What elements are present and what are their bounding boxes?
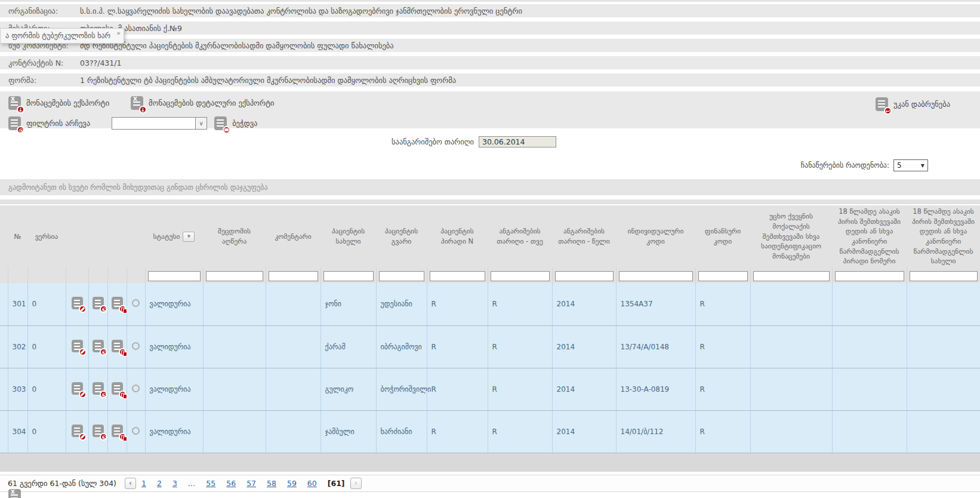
copy-badge-icon: [119, 305, 127, 313]
row-radio-button[interactable]: [132, 427, 140, 435]
filter-input-year[interactable]: [555, 271, 614, 281]
filter-select[interactable]: ∨: [112, 117, 207, 130]
records-count-select[interactable]: 5 ▼: [893, 159, 928, 171]
cell-guardian-n: [832, 283, 907, 325]
page-link-59[interactable]: 59: [287, 479, 297, 488]
edit-row-button[interactable]: [72, 382, 83, 395]
filter-input-personal-n[interactable]: [430, 271, 485, 281]
page-link-57[interactable]: 57: [246, 479, 256, 488]
magnifier-badge-icon: [100, 305, 107, 313]
info-row-subcomponent: სუბ კომპონენტი: მდ რეზისტენტული პაციენტე…: [0, 39, 980, 52]
group-drop-zone[interactable]: [0, 199, 980, 205]
excel-export-icon: [8, 96, 21, 110]
cell-error: [203, 325, 266, 368]
filter-input-comment[interactable]: [269, 271, 318, 281]
table-row[interactable]: 302 0 ვალიდურია ქარამ იბრაგიმოვი R R 201…: [0, 325, 980, 368]
edit-row-button[interactable]: [72, 340, 83, 352]
choose-filter-label: ფილტრის არჩევა: [26, 119, 90, 128]
choose-filter-button[interactable]: ფილტრის არჩევა: [8, 116, 90, 130]
contract-value: 03??/431/1: [80, 59, 121, 67]
filter-input-guardian-n[interactable]: [835, 271, 904, 281]
col-header-guardian-name[interactable]: 18 წლამდე ასაკის პირის შემთხვევაში დედის…: [907, 205, 980, 268]
page-link-58[interactable]: 58: [267, 479, 276, 488]
page-link-60[interactable]: 60: [307, 479, 317, 488]
row-radio-button[interactable]: [132, 299, 140, 307]
detailed-export-button[interactable]: მონაცემების დეტალური ექსპორტი: [131, 96, 274, 110]
filter-input-last-name[interactable]: [379, 271, 424, 281]
records-count-row: ჩანაწერების რაოდენობა: 5 ▼: [0, 159, 980, 171]
prev-page-button[interactable]: ‹: [125, 478, 136, 489]
copy-row-button[interactable]: [112, 340, 123, 352]
col-header-error[interactable]: შეცდომის აღწერა: [203, 205, 266, 268]
form-value: 1 რეზისტენტული ტბ პაციენტების ამბულატორი…: [80, 76, 456, 85]
view-row-button[interactable]: [93, 297, 104, 309]
edit-row-button[interactable]: [72, 425, 83, 437]
status-filter-dropdown-icon[interactable]: ▼: [183, 232, 195, 242]
group-by-hint-text: გადმოიტანეთ ის სვეტი რომლის მიხედვითაც გ…: [8, 183, 268, 192]
magnifier-badge-icon: [17, 126, 24, 134]
page-link-3[interactable]: 3: [172, 479, 177, 488]
back-button[interactable]: უკან დაბრუნება: [876, 97, 950, 111]
page-link-1[interactable]: 1: [141, 479, 146, 488]
cell-comment: [266, 368, 320, 410]
filter-input-status[interactable]: [148, 271, 201, 281]
col-header-last-name[interactable]: პაციენტის გვარი: [376, 205, 427, 268]
col-header-financial-code[interactable]: ფინანსური კოდი: [695, 205, 750, 268]
col-header-copy: [107, 205, 127, 268]
col-header-comment[interactable]: კომენტარი: [266, 205, 320, 268]
row-radio-button[interactable]: [132, 385, 140, 392]
copy-row-button[interactable]: [112, 382, 123, 395]
col-header-n[interactable]: №: [8, 205, 27, 268]
filter-input-foreign-id[interactable]: [753, 271, 830, 281]
report-date-input[interactable]: [479, 136, 556, 147]
filter-input-guardian-name[interactable]: [910, 271, 978, 281]
page-link-56[interactable]: 56: [226, 479, 236, 488]
edit-row-button[interactable]: [72, 297, 83, 309]
filter-input-first-name[interactable]: [323, 271, 374, 281]
col-header-year[interactable]: ანგარიშების თარიღი - წელი: [552, 205, 616, 268]
col-header-foreign-id[interactable]: უცხო ქვეყნის მოქალაქის შემთხვევაში სხვა …: [750, 205, 832, 268]
records-count-value: 5: [897, 161, 902, 170]
next-page-button[interactable]: ›: [350, 478, 362, 489]
col-header-guardian-n[interactable]: 18 წლამდე ასაკის პირის შემთხვევაში დედის…: [832, 205, 907, 268]
chevron-down-icon[interactable]: ∨: [195, 118, 207, 129]
col-header-month[interactable]: ანგარიშების თარიღი - თვე: [488, 205, 552, 268]
filter-input-error[interactable]: [206, 271, 263, 281]
table-row[interactable]: 304 0 ვალიდურია ჯამბული ხარძიანი R R 201…: [0, 410, 980, 453]
cell-personal-n: R: [427, 283, 488, 325]
view-row-button[interactable]: [93, 425, 104, 437]
page-link-2[interactable]: 2: [157, 479, 162, 488]
copy-badge-icon: [119, 433, 127, 441]
form-tooltip[interactable]: ა ფორმის ტუბერკულოზის ხარ... »: [0, 28, 124, 44]
view-row-button[interactable]: [93, 340, 104, 352]
export-data-button[interactable]: მონაცემების ექსპორტი: [8, 96, 109, 110]
col-header-first-name[interactable]: პაციენტის სახელი: [320, 205, 376, 268]
filter-input-individual-code[interactable]: [619, 271, 693, 281]
filter-input-month[interactable]: [491, 271, 550, 281]
table-row[interactable]: 303 0 ვალიდურია გულიკო ბოჭორიშვილი R R 2…: [0, 368, 980, 410]
print-button[interactable]: ბეჭდვა: [214, 116, 257, 130]
cell-comment: [266, 410, 320, 453]
copy-row-button[interactable]: [112, 297, 123, 309]
filter-input-financial-code[interactable]: [698, 271, 748, 281]
cell-n: 304: [8, 410, 27, 453]
cell-last-name: ბოჭორიშვილი: [376, 368, 427, 410]
excel-export-icon[interactable]: [8, 489, 21, 498]
col-header-individual-code[interactable]: ინდივიდუალური კოდი: [616, 205, 695, 268]
expand-chevrons-icon[interactable]: »: [116, 29, 121, 37]
document-view-icon: [93, 340, 104, 352]
detailed-export-label: მონაცემების დეტალური ექსპორტი: [149, 99, 274, 107]
copy-row-button[interactable]: [112, 425, 123, 437]
page-link-55[interactable]: 55: [206, 479, 215, 488]
document-view-icon: [93, 297, 104, 309]
col-header-personal-n[interactable]: პაციენტის პირადი N: [427, 205, 488, 268]
back-label: უკან დაბრუნება: [893, 100, 950, 109]
row-radio-button[interactable]: [132, 342, 140, 350]
organization-label: ორგანიზაცია:: [8, 7, 80, 16]
col-header-version[interactable]: ვერსია: [27, 205, 66, 268]
toolbar-row-2: ფილტრის არჩევა ∨ ბეჭდვა: [8, 115, 972, 131]
cell-financial-code: R: [695, 368, 750, 410]
view-row-button[interactable]: [93, 382, 104, 395]
table-row[interactable]: 301 0 ვალიდურია ჯონი უდესიანი R R 2014 1…: [0, 283, 980, 325]
col-header-status[interactable]: სტატუსი▼: [145, 205, 203, 268]
